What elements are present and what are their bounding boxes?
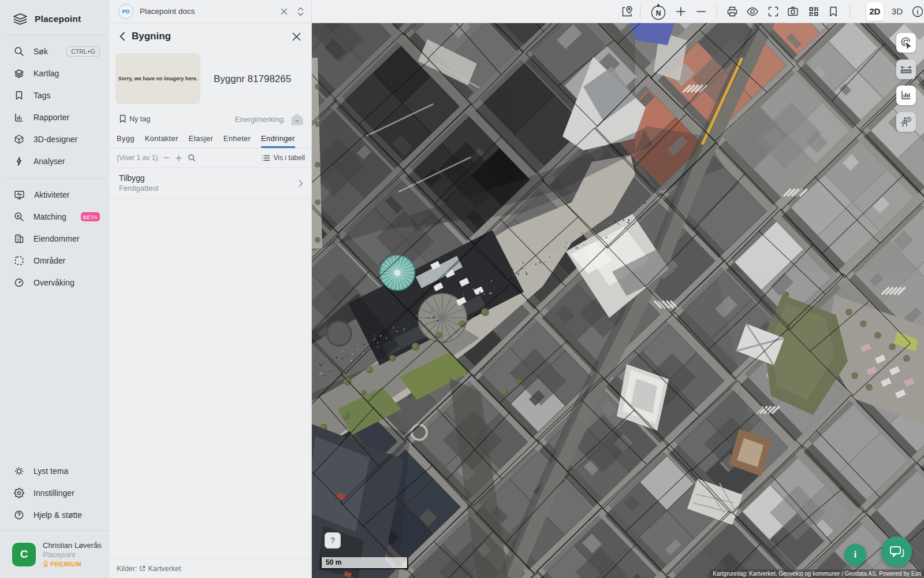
- svg-text:N: N: [656, 9, 661, 17]
